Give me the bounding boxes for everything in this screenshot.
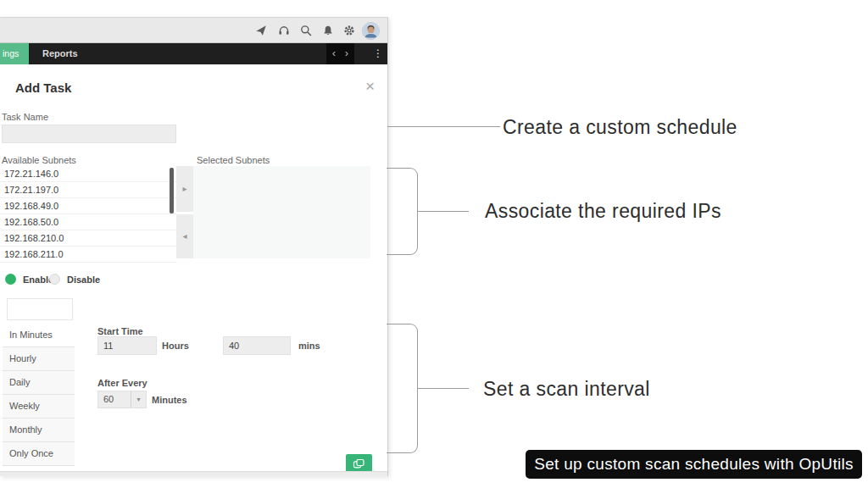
move-left-icon[interactable]: ◂ (176, 214, 193, 258)
subnet-row[interactable]: 172.21.197.0 (0, 182, 176, 198)
headset-icon[interactable] (278, 25, 290, 36)
start-time-label: Start Time (97, 326, 143, 336)
schedule-option-monthly[interactable]: Monthly (3, 419, 75, 442)
subnet-row[interactable]: 172.21.146.0 (0, 166, 176, 182)
available-subnets-list: 172.21.146.0 172.21.197.0 192.168.49.0 1… (0, 166, 176, 258)
schedule-option-daily[interactable]: Daily (3, 371, 75, 395)
annotation-create-schedule: Create a custom schedule (503, 116, 737, 139)
screenshot-root: ings Reports ‹ › ⋮ Add Task × Task Name … (0, 0, 868, 488)
available-subnets-label: Available Subnets (2, 155, 76, 165)
selected-subnets-label: Selected Subnets (197, 155, 270, 165)
task-name-input[interactable] (2, 125, 176, 143)
move-right-icon[interactable]: ▸ (176, 166, 193, 212)
after-every-value: 60 (103, 391, 114, 408)
tab-settings-partial[interactable]: ings (0, 43, 29, 64)
subnet-row[interactable]: 192.168.50.0 (0, 214, 176, 230)
scan-save-icon (353, 458, 365, 469)
hours-unit-label: Hours (162, 341, 189, 351)
schedule-tab-spacer (7, 298, 73, 320)
caption-badge: Set up custom scan schedules with OpUtil… (526, 450, 862, 479)
enable-radio[interactable] (5, 274, 16, 285)
topbar (0, 17, 387, 43)
task-name-label: Task Name (2, 112, 48, 122)
callout-line-subnets (418, 211, 469, 212)
tab-reports[interactable]: Reports (42, 43, 78, 64)
selected-subnets-panel[interactable] (193, 166, 370, 258)
mins-unit-label: mins (298, 341, 320, 351)
window-footer (0, 471, 387, 476)
schedule-option-hourly[interactable]: Hourly (3, 347, 75, 371)
bell-icon[interactable] (322, 25, 334, 36)
disable-label: Disable (67, 274, 100, 285)
after-every-unit-label: Minutes (152, 395, 187, 405)
subnet-row[interactable]: 192.168.211.0 (0, 247, 176, 263)
disable-radio[interactable] (49, 274, 60, 285)
hours-input[interactable] (97, 336, 157, 355)
subnet-list-scrollbar[interactable] (170, 168, 174, 214)
more-menu-icon[interactable]: ⋮ (371, 43, 385, 64)
tab-scroll-controls: ‹ › (326, 43, 354, 64)
search-icon[interactable] (300, 25, 312, 36)
navbar: ings Reports ‹ › ⋮ (0, 43, 387, 64)
subnet-row[interactable]: 192.168.49.0 (0, 198, 176, 214)
chevron-down-icon: ▾ (131, 391, 146, 408)
callout-line-interval (418, 388, 469, 389)
after-every-label: After Every (97, 378, 147, 388)
mins-input[interactable] (223, 336, 291, 355)
close-icon[interactable]: × (365, 77, 375, 96)
subnet-row[interactable]: 192.168.210.0 (0, 230, 176, 247)
dialog-title: Add Task (15, 80, 71, 95)
schedule-option-only-once[interactable]: Only Once (3, 442, 75, 466)
schedule-type-list: In Minutes Hourly Daily Weekly Monthly O… (3, 324, 75, 466)
schedule-option-in-minutes[interactable]: In Minutes (3, 324, 75, 347)
chevron-right-icon[interactable]: › (340, 43, 353, 64)
schedule-option-weekly[interactable]: Weekly (3, 395, 75, 419)
callout-line-schedule (387, 126, 500, 127)
callout-bracket-subnets (387, 168, 418, 255)
gear-icon[interactable] (343, 25, 355, 36)
chevron-left-icon[interactable]: ‹ (327, 43, 341, 64)
annotation-associate-ips: Associate the required IPs (485, 200, 721, 223)
send-icon[interactable] (255, 25, 267, 36)
user-avatar[interactable] (362, 22, 380, 40)
annotation-scan-interval: Set a scan interval (483, 378, 650, 401)
after-every-dropdown[interactable]: 60 ▾ (97, 391, 147, 408)
callout-bracket-interval (387, 324, 418, 453)
oputils-window: ings Reports ‹ › ⋮ Add Task × Task Name … (0, 17, 388, 476)
